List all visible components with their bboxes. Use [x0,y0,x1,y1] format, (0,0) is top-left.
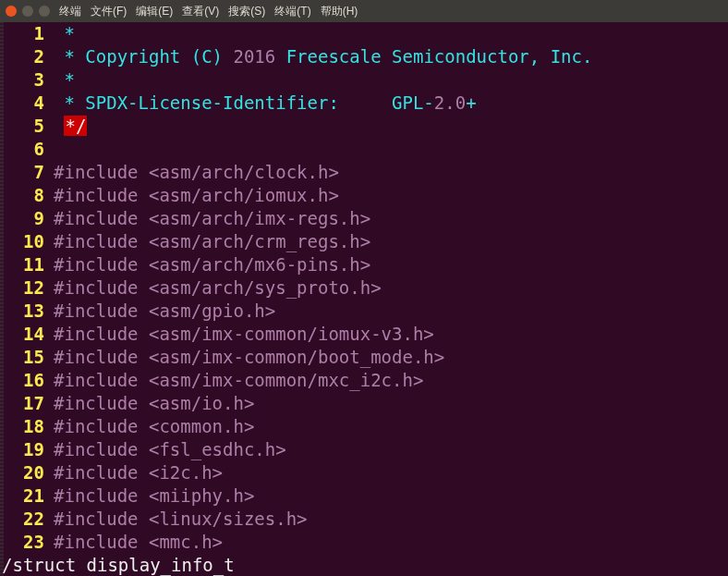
line-number: 23 [0,531,54,554]
code-line[interactable]: 5 */ [0,115,728,138]
code-text: #include <asm/arch/mx6-pins.h> [54,253,370,276]
line-number: 11 [0,253,54,276]
code-line[interactable]: 4 * SPDX-License-Identifier: GPL-2.0+ [0,92,728,115]
line-number: 17 [0,392,54,415]
code-line[interactable]: 10#include <asm/arch/crm_regs.h> [0,230,728,253]
menubar: 终端 文件(F) 编辑(E) 查看(V) 搜索(S) 终端(T) 帮助(H) [59,4,358,19]
code-line[interactable]: 18#include <common.h> [0,415,728,438]
code-line[interactable]: 7#include <asm/arch/clock.h> [0,161,728,184]
search-command-line[interactable]: /struct display_info_t [0,554,728,576]
code-text: #include <i2c.h> [54,461,223,484]
code-line[interactable]: 6 [0,138,728,161]
line-number: 5 [0,115,54,138]
line-number: 9 [0,207,54,230]
menu-search[interactable]: 搜索(S) [228,4,265,19]
code-text: #include <asm/arch/crm_regs.h> [54,230,370,253]
line-number: 12 [0,276,54,300]
window-controls [6,6,50,17]
line-number: 1 [0,22,54,45]
menu-help[interactable]: 帮助(H) [321,4,358,19]
code-text: #include <asm/imx-common/mxc_i2c.h> [54,369,423,392]
code-line[interactable]: 8#include <asm/arch/iomux.h> [0,184,728,207]
code-line[interactable]: 2 * Copyright (C) 2016 Freescale Semicon… [0,45,728,68]
code-text: #include <miiphy.h> [54,484,254,508]
code-text: #include <linux/sizes.h> [54,508,308,531]
code-text: #include <common.h> [54,415,254,438]
code-line[interactable]: 13#include <asm/gpio.h> [0,300,728,323]
menu-edit[interactable]: 编辑(E) [136,4,173,19]
line-number: 8 [0,184,54,207]
line-number: 7 [0,161,54,184]
code-line[interactable]: 23#include <mmc.h> [0,531,728,554]
code-line[interactable]: 21#include <miiphy.h> [0,484,728,508]
code-text: #include <mmc.h> [54,531,223,554]
code-text: #include <asm/arch/sys_proto.h> [54,276,382,300]
menu-terminal[interactable]: 终端 [59,4,81,19]
code-line[interactable]: 20#include <i2c.h> [0,461,728,484]
line-number: 18 [0,415,54,438]
code-line[interactable]: 22#include <linux/sizes.h> [0,508,728,531]
menu-view[interactable]: 查看(V) [182,4,219,19]
code-line[interactable]: 19#include <fsl_esdhc.h> [0,438,728,461]
code-text: #include <asm/arch/imx-regs.h> [54,207,370,230]
code-line[interactable]: 1 * [0,22,728,45]
code-text: * SPDX-License-Identifier: GPL-2.0+ [54,92,477,115]
code-text: #include <asm/arch/clock.h> [54,161,339,184]
code-text: #include <asm/gpio.h> [54,300,275,323]
left-decoration [0,22,4,576]
code-text: * Copyright (C) 2016 Freescale Semicondu… [54,45,592,68]
code-line[interactable]: 15#include <asm/imx-common/boot_mode.h> [0,346,728,369]
code-text: #include <fsl_esdhc.h> [54,438,286,461]
line-number: 20 [0,461,54,484]
code-line[interactable]: 3 * [0,68,728,92]
line-number: 10 [0,230,54,253]
code-text: #include <asm/io.h> [54,392,254,415]
code-line[interactable]: 16#include <asm/imx-common/mxc_i2c.h> [0,369,728,392]
code-text: #include <asm/arch/iomux.h> [54,184,339,207]
code-text: * [54,68,75,92]
code-line[interactable]: 11#include <asm/arch/mx6-pins.h> [0,253,728,276]
line-number: 13 [0,300,54,323]
menu-file[interactable]: 文件(F) [91,4,127,19]
menu-terminal2[interactable]: 终端(T) [274,4,310,19]
code-text: #include <asm/imx-common/boot_mode.h> [54,346,444,369]
code-line[interactable]: 12#include <asm/arch/sys_proto.h> [0,276,728,300]
line-number: 3 [0,68,54,92]
line-number: 6 [0,138,54,161]
line-number: 22 [0,508,54,531]
window-minimize-button[interactable] [22,6,33,17]
line-number: 4 [0,92,54,115]
window-maximize-button[interactable] [39,6,50,17]
code-text: #include <asm/imx-common/iomux-v3.h> [54,323,434,346]
code-text: */ [54,115,87,138]
window-close-button[interactable] [6,6,17,17]
line-number: 19 [0,438,54,461]
code-area[interactable]: 1 *2 * Copyright (C) 2016 Freescale Semi… [0,22,728,554]
editor: 1 *2 * Copyright (C) 2016 Freescale Semi… [0,22,728,576]
line-number: 2 [0,45,54,68]
line-number: 16 [0,369,54,392]
code-line[interactable]: 9#include <asm/arch/imx-regs.h> [0,207,728,230]
line-number: 21 [0,484,54,508]
code-text: * [54,22,75,45]
code-line[interactable]: 17#include <asm/io.h> [0,392,728,415]
line-number: 15 [0,346,54,369]
line-number: 14 [0,323,54,346]
titlebar: 终端 文件(F) 编辑(E) 查看(V) 搜索(S) 终端(T) 帮助(H) [0,0,728,22]
code-line[interactable]: 14#include <asm/imx-common/iomux-v3.h> [0,323,728,346]
